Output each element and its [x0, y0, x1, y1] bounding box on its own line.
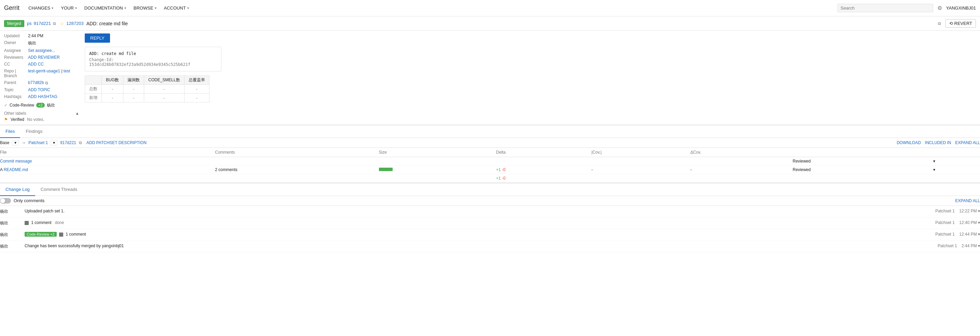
- settings-icon[interactable]: ⚙: [937, 5, 942, 11]
- nav-item-changes[interactable]: CHANGES ▾: [25, 0, 57, 16]
- log-user-1: 杨欣: [0, 220, 21, 226]
- vote-badge: +2: [36, 103, 45, 108]
- tab-change-log[interactable]: Change Log: [0, 183, 35, 196]
- files-tabs: Files Findings: [0, 125, 980, 138]
- commit-row-reviewed: Reviewed: [789, 157, 929, 165]
- your-caret: ▾: [75, 6, 77, 10]
- nav-item-account[interactable]: ACCOUNT ▾: [161, 0, 192, 16]
- parent-value: b77d82b ⧉: [28, 80, 79, 86]
- nav-username[interactable]: YANGXINBJ01: [946, 5, 976, 11]
- file-footer-row: +1 -0: [0, 174, 980, 182]
- patchset-label[interactable]: Patchset 1: [29, 140, 48, 145]
- comment-count-2: 1 comment: [65, 232, 86, 237]
- copy-change-id-icon[interactable]: ⧉: [53, 21, 58, 26]
- add-reviewer-link[interactable]: ADD REVIEWER: [28, 55, 60, 60]
- star-icon[interactable]: ☆: [60, 21, 64, 26]
- repo-value: test-gerrit-usage1 | test: [28, 69, 79, 78]
- nav-item-browse[interactable]: BROWSE ▾: [130, 0, 160, 16]
- th-comments: Comments: [211, 148, 374, 157]
- comment-count-1: 1 comment: [31, 220, 51, 225]
- copy-title-icon[interactable]: ⧉: [938, 21, 943, 26]
- parent-link[interactable]: b77d82b: [28, 80, 44, 85]
- left-panel: Updated 2:44 PM Owner 杨欣 Assignee Set as…: [4, 33, 79, 122]
- add-cc-link[interactable]: ADD CC: [28, 62, 44, 67]
- reply-button[interactable]: REPLY: [85, 33, 110, 43]
- nav-right: ⚙ YANGXINBJ01: [837, 4, 976, 12]
- merged-badge[interactable]: Merged: [4, 20, 24, 27]
- nav-item-your[interactable]: YOUR ▾: [57, 0, 80, 16]
- readme-expand[interactable]: ▾: [929, 165, 980, 174]
- nav-item-documentation[interactable]: DOCUMENTATION ▾: [81, 0, 129, 16]
- sonar-row1-label: 新增: [85, 94, 102, 103]
- other-labels-header[interactable]: Other labels ▲: [4, 111, 79, 116]
- meta-updated: Updated 2:44 PM: [4, 33, 79, 38]
- log-message-1: 1 comment done: [25, 220, 931, 225]
- verified-icon: ⚑: [4, 117, 8, 122]
- tab-comment-threads[interactable]: Comment Threads: [35, 183, 83, 196]
- nav-items: CHANGES ▾ YOUR ▾ DOCUMENTATION ▾ BROWSE …: [25, 0, 837, 16]
- code-review-check: ✓: [4, 103, 8, 108]
- nav-brand[interactable]: Gerrit: [4, 5, 19, 12]
- log-expand-2[interactable]: ▾: [978, 232, 980, 237]
- included-in-btn[interactable]: INCLUDED IN: [925, 140, 951, 145]
- sonar-row0-smell: -: [144, 85, 185, 94]
- log-time-1: 12:40 PM: [959, 220, 977, 225]
- only-comments-toggle[interactable]: Only comments: [0, 198, 45, 203]
- log-expand-1[interactable]: ▾: [978, 220, 980, 225]
- main-content: Updated 2:44 PM Owner 杨欣 Assignee Set as…: [0, 31, 980, 125]
- sonar-th-bug: BUG数: [102, 76, 123, 85]
- sonar-row1-smell: -: [144, 94, 185, 103]
- commit-msg-file-link[interactable]: Commit message: [0, 159, 32, 163]
- add-desc-link[interactable]: ADD PATCHSET DESCRIPTION: [86, 140, 146, 145]
- copy-patchset-icon[interactable]: ⧉: [79, 140, 84, 145]
- repo-link2[interactable]: test: [64, 69, 70, 73]
- revert-button[interactable]: ⟲ REVERT: [945, 19, 976, 28]
- patchset-selector[interactable]: ▾: [51, 140, 57, 146]
- tab-files[interactable]: Files: [0, 125, 20, 138]
- toggle-track[interactable]: [0, 198, 11, 203]
- sonar-table: BUG数 漏洞数 CODE_SMELL数 总覆盖率 总数 - - - - 新增 …: [85, 76, 210, 103]
- file-row-commit: Commit message Reviewed ▾: [0, 157, 980, 165]
- change-id-short[interactable]: 917d221: [33, 21, 51, 26]
- log-message-0: Uploaded patch set 1.: [25, 209, 931, 213]
- meta-owner: Owner 杨欣: [4, 40, 79, 46]
- set-assignee-link[interactable]: Set assignee...: [28, 48, 55, 53]
- tab-findings[interactable]: Findings: [20, 125, 48, 138]
- files-toolbar: Base ▾ → Patchset 1 ▾ 917d221 ⧉ ADD PATC…: [0, 138, 980, 148]
- log-expand-3[interactable]: ▾: [978, 244, 980, 248]
- code-review-badge-2: Code-Review +2: [25, 232, 57, 237]
- change-num[interactable]: 1287203: [66, 21, 84, 26]
- expand-all-files-btn[interactable]: EXPAND ALL: [955, 140, 980, 145]
- download-btn[interactable]: DOWNLOAD: [897, 140, 921, 145]
- meta-repo: Repo | Branch test-gerrit-usage1 | test: [4, 69, 79, 78]
- readme-dcov: -: [686, 165, 788, 174]
- change-header: Merged ps 917d221 ⧉ ☆ 1287203 ADD: creat…: [0, 16, 980, 31]
- add-hashtag-link[interactable]: ADD HASHTAG: [28, 94, 57, 99]
- account-caret: ▾: [187, 6, 189, 10]
- log-expand-0[interactable]: ▾: [978, 209, 980, 213]
- expand-all-log-btn[interactable]: EXPAND ALL: [955, 198, 980, 203]
- sonar-row0-bug: -: [102, 85, 123, 94]
- commit-row-comments: [211, 157, 374, 165]
- changes-caret: ▾: [52, 6, 53, 10]
- readme-file-link[interactable]: README.md: [4, 167, 28, 172]
- log-entries: 杨欣 Uploaded patch set 1. Patchset 1 12:2…: [0, 206, 980, 252]
- repo-link1[interactable]: test-gerrit-usage1: [28, 69, 60, 73]
- meta-cc: CC ADD CC: [4, 62, 79, 67]
- files-section: Files Findings Base ▾ → Patchset 1 ▾ 917…: [0, 125, 980, 183]
- meta-assignee: Assignee Set assignee...: [4, 48, 79, 53]
- copy-parent-icon[interactable]: ⧉: [45, 81, 50, 86]
- commit-row-expand[interactable]: ▾: [929, 157, 980, 165]
- th-delta: Delta: [492, 148, 587, 157]
- readme-prefix: A: [0, 167, 2, 172]
- file-table-header: File Comments Size Delta |Cov.| ΔCov.: [0, 148, 980, 157]
- sonar-row1-cov: -: [184, 94, 209, 103]
- search-box[interactable]: [837, 4, 933, 12]
- search-input[interactable]: [841, 5, 930, 11]
- patchset-id-link[interactable]: 917d221: [60, 140, 76, 145]
- only-comments-label: Only comments: [14, 198, 45, 203]
- add-topic-link[interactable]: ADD TOPIC: [28, 87, 50, 92]
- files-toolbar-right: DOWNLOAD INCLUDED IN EXPAND ALL: [897, 140, 980, 145]
- log-time-3: 2:44 PM: [961, 244, 977, 248]
- base-selector[interactable]: ▾: [12, 140, 19, 146]
